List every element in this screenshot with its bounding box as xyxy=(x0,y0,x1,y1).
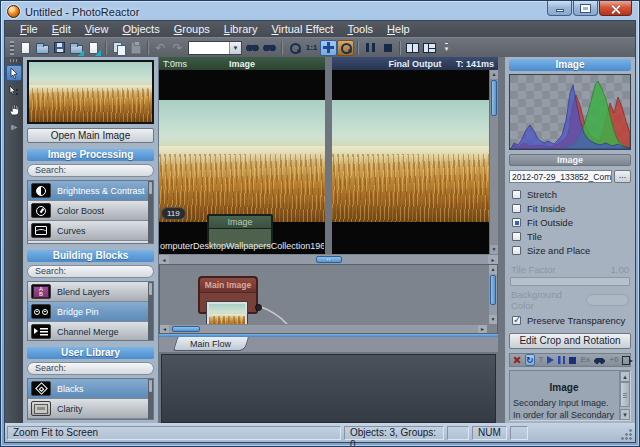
save-button[interactable] xyxy=(51,40,68,56)
redo-button[interactable]: ↷ xyxy=(169,40,186,56)
scrollbar-thumb[interactable] xyxy=(491,80,497,116)
list-item-partial[interactable] xyxy=(28,241,153,244)
scrollbar-thumb[interactable] xyxy=(620,382,630,407)
fit-inside-checkbox[interactable] xyxy=(512,204,521,213)
preview-splitter[interactable] xyxy=(325,57,332,254)
find-next-button[interactable] xyxy=(261,40,278,56)
list-item-color-boost[interactable]: Color Boost xyxy=(28,201,153,221)
browse-button[interactable]: ... xyxy=(614,170,631,183)
menu-library[interactable]: Library xyxy=(217,22,265,36)
stop-button-small[interactable] xyxy=(569,357,576,364)
workspace-layout-button[interactable] xyxy=(421,40,438,56)
open-main-image-button[interactable]: Open Main Image xyxy=(27,128,154,143)
menu-file[interactable]: File xyxy=(13,22,45,36)
list-scrollbar[interactable] xyxy=(148,282,153,340)
scroll-left-icon[interactable]: ◄ xyxy=(160,325,169,333)
section-header-image-processing[interactable]: Image Processing xyxy=(27,149,154,161)
copy-button[interactable] xyxy=(110,40,127,56)
list-item-comparison[interactable]: Comparison B_A xyxy=(28,419,153,420)
refresh-button[interactable]: ↻ xyxy=(525,354,535,366)
node-output-pin[interactable] xyxy=(255,304,262,311)
export-object-button[interactable] xyxy=(622,356,630,365)
zoom-button[interactable] xyxy=(286,40,303,56)
scroll-right-icon[interactable]: ► xyxy=(478,325,487,333)
option-tile[interactable]: Tile xyxy=(509,230,631,243)
final-preview-vertical-scrollbar[interactable]: ▲ ▼ xyxy=(489,70,498,254)
option-size-and-place[interactable]: Size and Place xyxy=(509,244,631,257)
source-preview-header[interactable]: T:0ms Image xyxy=(159,57,325,70)
scroll-left-icon[interactable]: ◄ xyxy=(159,255,169,264)
menu-virtual-effect[interactable]: Virtual Effect xyxy=(264,22,340,36)
timeline-panel[interactable] xyxy=(161,354,496,424)
import-image-button[interactable] xyxy=(68,40,85,56)
menu-tools[interactable]: Tools xyxy=(340,22,380,36)
preserve-transparency-checkbox[interactable] xyxy=(512,316,521,325)
toolstrip-expand-icon[interactable]: ▮▸ xyxy=(11,123,17,130)
preview-horizontal-scrollbar[interactable]: ◄ ► xyxy=(159,254,498,264)
filename-field[interactable]: 2012-07-29_133852_Compu xyxy=(509,170,612,183)
list-item-clarity[interactable]: Clarity xyxy=(28,399,153,419)
final-preview-viewport[interactable]: ▲ ▼ xyxy=(332,70,498,254)
menu-objects[interactable]: Objects xyxy=(115,22,166,36)
node-editor-vertical-scrollbar[interactable]: ▲ ▼ xyxy=(488,265,497,324)
new-document-button[interactable] xyxy=(17,40,34,56)
pause-button-small[interactable] xyxy=(558,356,565,364)
tile-checkbox[interactable] xyxy=(512,232,521,241)
menu-groups[interactable]: Groups xyxy=(167,22,217,36)
option-stretch[interactable]: Stretch xyxy=(509,188,631,201)
menu-help[interactable]: Help xyxy=(380,22,417,36)
image-processing-search-input[interactable]: Search: xyxy=(27,164,154,177)
menu-edit[interactable]: Edit xyxy=(45,22,78,36)
tab-main-flow[interactable]: Main Flow xyxy=(173,337,250,351)
open-file-button[interactable] xyxy=(34,40,51,56)
close-button[interactable] xyxy=(599,1,632,16)
list-item-bridge-pin[interactable]: Bridge Pin xyxy=(28,302,153,322)
option-preserve-transparency[interactable]: Preserve Transparency xyxy=(509,314,631,327)
option-fit-inside[interactable]: Fit Inside xyxy=(509,202,631,215)
find-object-button[interactable] xyxy=(594,357,605,364)
toolbar-grip[interactable] xyxy=(10,41,14,55)
scroll-up-icon[interactable]: ▲ xyxy=(490,70,498,79)
scroll-down-icon[interactable]: ▼ xyxy=(490,245,498,254)
plus-zero-button[interactable]: +0 xyxy=(609,356,618,364)
menu-view[interactable]: View xyxy=(78,22,116,36)
list-scrollbar[interactable] xyxy=(148,379,153,419)
list-item-curves[interactable]: Curves xyxy=(28,221,153,241)
split-view-button[interactable] xyxy=(404,40,421,56)
maximize-button[interactable] xyxy=(573,1,598,16)
scroll-up-icon[interactable]: ▲ xyxy=(620,371,630,382)
text-tool-button[interactable]: T xyxy=(539,356,544,364)
scrollbar-thumb[interactable] xyxy=(316,256,342,263)
pan-tool-button[interactable] xyxy=(6,101,22,117)
source-preview-viewport[interactable]: 119 Image omputerDesktopWallpapersCollec… xyxy=(159,70,325,254)
scroll-right-icon[interactable]: ► xyxy=(488,255,498,264)
node-editor-horizontal-scrollbar[interactable]: ◄ ► xyxy=(160,324,487,333)
scroll-down-icon[interactable]: ▼ xyxy=(489,315,497,324)
actual-size-button[interactable]: 1:1 xyxy=(303,40,320,56)
scrollbar-thumb[interactable] xyxy=(172,326,200,332)
undo-button[interactable]: ↶ xyxy=(152,40,169,56)
reactor-icon[interactable] xyxy=(513,356,521,364)
export-image-button[interactable] xyxy=(85,40,102,56)
fit-outside-checkbox[interactable] xyxy=(512,218,521,227)
scrollbar-thumb[interactable] xyxy=(490,275,496,305)
fit-to-screen-button[interactable] xyxy=(320,40,337,56)
play-button[interactable] xyxy=(547,356,554,364)
scroll-up-icon[interactable]: ▲ xyxy=(489,265,497,274)
background-color-swatch[interactable] xyxy=(586,294,629,306)
zoom-level-combo[interactable]: ▼ xyxy=(188,41,242,55)
find-button[interactable] xyxy=(244,40,261,56)
select-tool-button[interactable] xyxy=(6,65,22,81)
zoom-tool-button[interactable] xyxy=(337,40,354,56)
toolstrip-grip[interactable] xyxy=(10,59,18,62)
main-image-node[interactable]: Main Image xyxy=(198,276,258,314)
node-editor[interactable]: Main Image ◄ ► ▲ ▼ xyxy=(159,264,498,334)
stretch-checkbox[interactable] xyxy=(512,190,521,199)
paste-button[interactable] xyxy=(127,40,144,56)
scroll-down-icon[interactable]: ▼ xyxy=(620,409,630,420)
tile-factor-slider[interactable] xyxy=(510,277,630,286)
info-scrollbar[interactable]: ▲ ▼ xyxy=(619,371,630,420)
pause-button[interactable] xyxy=(362,40,379,56)
minimize-button[interactable] xyxy=(547,1,572,16)
final-preview-header[interactable]: Final Output T: 141ms xyxy=(332,57,498,70)
